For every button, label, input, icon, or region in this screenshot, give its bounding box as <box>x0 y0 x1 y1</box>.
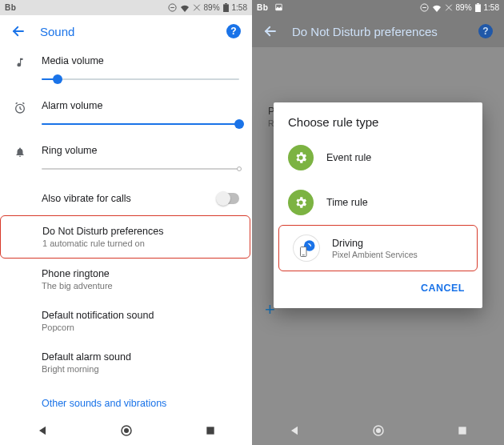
dnd-minus-icon <box>168 3 177 12</box>
ringtone-sub: The big adventure <box>42 281 239 291</box>
media-label: Media volume <box>42 55 239 66</box>
svg-rect-17 <box>477 3 479 4</box>
dnd-sub: 1 automatic rule turned on <box>42 239 237 248</box>
svg-rect-3 <box>225 3 227 4</box>
picture-icon <box>274 3 283 11</box>
svg-rect-24 <box>458 427 466 434</box>
dnd-label: Do Not Disturb preferences <box>42 226 237 237</box>
event-rule-option[interactable]: Event rule <box>274 135 482 180</box>
status-bb-label: Bb <box>5 3 16 12</box>
alarm-sound-row[interactable]: Default alarm sound Bright morning <box>0 342 252 383</box>
other-label: Other sounds and vibrations <box>42 398 166 409</box>
battery-percent: 89% <box>456 3 472 12</box>
back-button[interactable] <box>11 24 26 38</box>
driving-sub: Pixel Ambient Services <box>332 250 418 259</box>
svg-line-9 <box>22 102 24 103</box>
event-rule-label: Event rule <box>326 152 371 163</box>
svg-point-11 <box>124 428 129 433</box>
bell-icon <box>11 145 29 158</box>
ring-label: Ring volume <box>42 145 239 156</box>
nav-back-button[interactable] <box>18 424 66 437</box>
content: Media volume Alarm volume <box>0 47 252 416</box>
help-icon[interactable]: ? <box>226 24 241 38</box>
ringtone-row[interactable]: Phone ringtone The big adventure <box>0 259 252 300</box>
music-note-icon <box>11 55 29 68</box>
svg-rect-16 <box>475 4 481 12</box>
nav-bar <box>0 416 252 445</box>
status-bar: Bb 89% 1:58 <box>252 0 504 15</box>
svg-line-7 <box>20 109 22 110</box>
sound-settings-screen: Bb 89% 1:58 Sound ? Media volume <box>0 0 252 445</box>
gear-icon <box>288 190 314 215</box>
nav-bar <box>252 416 504 445</box>
nav-recents-button[interactable] <box>186 425 234 436</box>
nav-back-button[interactable] <box>270 424 318 437</box>
nav-home-button[interactable] <box>102 423 150 438</box>
battery-percent: 89% <box>204 3 220 12</box>
dnd-preferences-screen: Bb 89% 1:58 Do Not Disturb preferences ?… <box>252 0 504 445</box>
highlight-annotation: Do Not Disturb preferences 1 automatic r… <box>0 215 250 259</box>
alarm-sound-sub: Bright morning <box>42 364 239 374</box>
dnd-minus-icon <box>420 3 429 12</box>
status-right: 89% 1:58 <box>420 3 499 12</box>
vibrate-label: Also vibrate for calls <box>42 193 217 204</box>
notif-label: Default notification sound <box>42 310 239 321</box>
no-sim-icon <box>445 3 453 12</box>
nav-home-button[interactable] <box>354 423 402 438</box>
battery-icon <box>475 3 481 12</box>
vibrate-row[interactable]: Also vibrate for calls <box>0 182 252 215</box>
svg-line-8 <box>16 102 18 103</box>
driving-rule-option[interactable]: Driving Pixel Ambient Services <box>279 226 477 271</box>
notif-sub: Popcorn <box>42 323 239 332</box>
driving-icon <box>294 235 319 261</box>
wifi-icon <box>180 4 190 12</box>
other-sounds-link[interactable]: Other sounds and vibrations <box>0 383 252 416</box>
status-right: 89% 1:58 <box>168 3 247 12</box>
choose-rule-dialog: Choose rule type Event rule Time rule Dr… <box>274 102 482 308</box>
status-bb-label: Bb <box>257 3 268 12</box>
page-title: Do Not Disturb preferences <box>292 25 464 38</box>
gear-icon <box>288 145 314 170</box>
app-bar: Sound ? <box>0 15 252 47</box>
driving-label: Driving <box>332 238 418 249</box>
ring-slider[interactable] <box>42 164 239 175</box>
alarm-label: Alarm volume <box>42 100 239 111</box>
help-icon[interactable]: ? <box>478 24 493 38</box>
status-bar: Bb 89% 1:58 <box>0 0 252 15</box>
nav-recents-button[interactable] <box>438 425 486 436</box>
dialog-actions: CANCEL <box>274 271 482 308</box>
highlight-annotation: Driving Pixel Ambient Services <box>278 225 478 271</box>
page-title: Sound <box>40 25 212 38</box>
svg-rect-12 <box>206 427 214 434</box>
no-sim-icon <box>193 3 201 12</box>
status-left: Bb <box>257 3 283 12</box>
back-button[interactable] <box>263 24 278 38</box>
media-slider[interactable] <box>42 74 239 86</box>
alarm-sound-label: Default alarm sound <box>42 351 239 363</box>
alarm-volume-row[interactable]: Alarm volume <box>0 92 252 137</box>
clock: 1:58 <box>232 3 247 12</box>
app-bar: Do Not Disturb preferences ? <box>252 15 504 47</box>
dnd-preferences-row[interactable]: Do Not Disturb preferences 1 automatic r… <box>1 216 250 258</box>
alarm-slider[interactable] <box>42 119 239 130</box>
svg-point-23 <box>376 428 381 433</box>
media-volume-row[interactable]: Media volume <box>0 47 252 92</box>
time-rule-option[interactable]: Time rule <box>274 180 482 225</box>
notif-row[interactable]: Default notification sound Popcorn <box>0 300 252 342</box>
battery-icon <box>223 3 229 12</box>
wifi-icon <box>432 4 442 12</box>
ringtone-label: Phone ringtone <box>42 268 239 279</box>
time-rule-label: Time rule <box>326 197 368 208</box>
clock: 1:58 <box>484 3 499 12</box>
svg-rect-2 <box>223 4 229 12</box>
cancel-button[interactable]: CANCEL <box>414 278 471 299</box>
alarm-icon <box>11 100 29 114</box>
dialog-title: Choose rule type <box>274 102 482 135</box>
vibrate-toggle[interactable] <box>217 193 239 204</box>
ring-volume-row[interactable]: Ring volume <box>0 137 252 182</box>
